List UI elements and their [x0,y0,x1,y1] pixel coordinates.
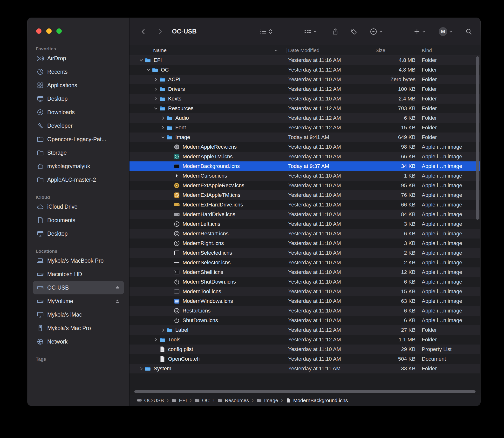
column-header-name[interactable]: Name [129,45,286,55]
file-row-image[interactable]: ImageToday at 9:41 AM649 KBFolder [129,132,480,142]
pathbar-item-modernbackground-icns[interactable]: ModernBackground.icns [286,397,348,403]
column-header-size[interactable]: Size [372,45,418,55]
disclosure-down-icon[interactable] [145,68,152,72]
pathbar-item-oc[interactable]: OC [195,397,210,403]
file-row-drivers[interactable]: DriversYesterday at 11:12 AM100 KBFolder [129,84,480,94]
sidebar-item-mykola-s-imac[interactable]: Mykola’s iMac [33,308,124,321]
file-row-modernapplerecv-icns[interactable]: ModernAppleRecv.icnsYesterday at 11:10 A… [129,142,480,152]
file-row-kexts[interactable]: KextsYesterday at 11:10 AM2.4 MBFolder [129,94,480,104]
icns-selected-icon [173,250,180,256]
file-row-efi[interactable]: EFIYesterday at 11:16 AM4.8 MBFolder [129,55,480,65]
pathbar-item-oc-usb[interactable]: OC-USB [137,397,164,403]
file-row-modernselector-icns[interactable]: ModernSelector.icnsYesterday at 11:10 AM… [129,258,480,267]
close-button[interactable] [36,28,42,34]
sidebar-item-mykolagrymalyuk[interactable]: mykolagrymalyuk [33,160,124,173]
share-button[interactable] [332,18,339,45]
disclosure-right-icon[interactable] [153,87,159,91]
file-row-moderntool-icns[interactable]: ModernTool.icnsYesterday at 11:10 AM15 K… [129,287,480,296]
date-modified-cell: Yesterday at 11:12 AM [286,105,372,111]
pathbar-item-efi[interactable]: EFI [172,397,187,403]
column-header-date-modified[interactable]: Date Modified [286,45,372,55]
file-row-modernextapplerecv-icns[interactable]: ModernExtAppleRecv.icnsYesterday at 11:1… [129,181,480,190]
sidebar-item-desktop[interactable]: Desktop [33,92,124,106]
account-badge-button[interactable]: M [439,18,452,45]
kind-cell: Folder [418,327,480,333]
disclosure-down-icon[interactable] [138,58,144,62]
sidebar-item-label: Opencore-Legacy-Pat... [47,136,106,143]
more-actions-button[interactable] [370,18,382,45]
new-item-button[interactable] [413,18,425,45]
file-row-modernselected-icns[interactable]: ModernSelected.icnsYesterday at 11:10 AM… [129,248,480,258]
file-row-modernbackground-icns[interactable]: ModernBackground.icnsToday at 9:37 AM34 … [129,161,480,171]
file-row-modernextappletm-icns[interactable]: ModernExtAppleTM.icnsYesterday at 11:10 … [129,190,480,200]
file-row-audio[interactable]: AudioYesterday at 11:12 AM6 KBFolder [129,113,480,123]
disclosure-right-icon[interactable] [160,116,166,120]
minimize-button[interactable] [46,28,52,34]
sidebar-item-applications[interactable]: Applications [33,78,124,92]
disclosure-right-icon[interactable] [160,126,166,130]
vertical-scrollbar[interactable] [476,56,479,220]
disclosure-right-icon[interactable] [153,97,159,101]
zoom-button[interactable] [57,28,62,34]
file-row-modernappletm-icns[interactable]: ModernAppleTM.icnsYesterday at 11:10 AM6… [129,152,480,161]
sidebar-item-myvolume[interactable]: MyVolume [33,295,124,308]
sidebar-item-desktop[interactable]: Desktop [33,227,124,241]
sidebar-item-documents[interactable]: Documents [33,213,124,227]
sidebar-item-downloads[interactable]: Downloads [33,106,124,119]
file-row-opencore-efi[interactable]: OpenCore.efiYesterday at 11:10 AM504 KBD… [129,354,480,364]
file-row-config-plist[interactable]: config.plistYesterday at 11:10 AM29 KBPr… [129,345,480,354]
disclosure-right-icon[interactable] [153,77,159,82]
eject-icon[interactable] [115,298,120,304]
view-mode-button[interactable] [260,18,273,45]
file-row-modernextharddrive-icns[interactable]: ModernExtHardDrive.icnsYesterday at 11:1… [129,200,480,210]
disclosure-right-icon[interactable] [138,366,144,371]
file-row-restart-icns[interactable]: Restart.icnsYesterday at 11:10 AM6 KBApp… [129,306,480,316]
file-row-shutdown-icns[interactable]: ShutDown.icnsYesterday at 11:10 AM6 KBAp… [129,316,480,325]
sidebar-item-icloud-drive[interactable]: iCloud Drive [33,200,124,213]
horizontal-scrollbar-thumb[interactable] [134,390,476,393]
file-row-modernharddrive-icns[interactable]: ModernHardDrive.icnsYesterday at 11:10 A… [129,210,480,219]
sidebar-item-applealc-master-2[interactable]: AppleALC-master-2 [33,173,124,186]
pathbar-item-resources[interactable]: Resources [217,397,249,403]
sidebar-item-macintosh-hd[interactable]: Macintosh HD [33,267,124,281]
sidebar-item-developer[interactable]: Developer [33,119,124,132]
sidebar-item-network[interactable]: Network [33,335,124,348]
eject-icon[interactable] [115,285,120,290]
size-cell: 34 KB [372,163,418,169]
disclosure-down-icon[interactable] [153,106,159,110]
sidebar-item-mykola-s-mac-pro[interactable]: Mykola’s Mac Pro [33,321,124,335]
sort-ascending-icon [274,48,278,52]
file-row-label[interactable]: LabelYesterday at 11:12 AM27 KBFolder [129,325,480,335]
tags-button[interactable] [350,18,357,45]
sidebar-item-oc-usb[interactable]: OC-USB [33,281,124,295]
file-row-resources[interactable]: ResourcesYesterday at 11:12 AM703 KBFold… [129,104,480,113]
file-row-modernwindows-icns[interactable]: ModernWindows.icnsYesterday at 11:10 AM6… [129,296,480,306]
file-row-font[interactable]: FontYesterday at 11:12 AM15 KBFolder [129,123,480,132]
file-row-modernshell-icns[interactable]: ModernShell.icnsYesterday at 11:10 AM12 … [129,267,480,277]
disclosure-right-icon[interactable] [160,328,166,332]
pathbar-item-image[interactable]: Image [257,397,278,403]
file-row-modernright-icns[interactable]: ModernRight.icnsYesterday at 11:10 AM3 K… [129,239,480,248]
file-row-system[interactable]: SystemYesterday at 11:11 AM33 KBFolder [129,364,480,373]
back-button[interactable] [138,26,149,37]
sidebar-item-storage[interactable]: Storage [33,146,124,160]
sidebar-item-airdrop[interactable]: AirDrop [33,52,124,65]
column-header-kind[interactable]: Kind [418,45,480,55]
disclosure-right-icon[interactable] [153,338,159,342]
file-row-modernleft-icns[interactable]: ModernLeft.icnsYesterday at 11:10 AM3 KB… [129,219,480,229]
horizontal-scrollbar[interactable] [129,388,480,395]
sidebar-item-mykola-s-macbook-pro[interactable]: Mykola’s MacBook Pro [33,254,124,267]
file-row-oc[interactable]: OCYesterday at 11:12 AM4.8 MBFolder [129,65,480,75]
file-row-modernshutdown-icns[interactable]: ModernShutDown.icnsYesterday at 11:10 AM… [129,277,480,287]
sidebar-item-recents[interactable]: Recents [33,65,124,78]
search-button[interactable] [465,18,472,45]
sidebar-item-opencore-legacy-pat[interactable]: Opencore-Legacy-Pat... [33,132,124,146]
group-by-button[interactable] [304,18,317,45]
disclosure-down-icon[interactable] [160,135,166,140]
name-cell: ModernAppleTM.icns [129,153,286,160]
file-row-tools[interactable]: ToolsYesterday at 11:12 AM1.1 MBFolder [129,335,480,345]
file-row-acpi[interactable]: ACPIYesterday at 11:10 AMZero bytesFolde… [129,75,480,84]
file-row-moderncursor-icns[interactable]: ModernCursor.icnsYesterday at 11:10 AM1 … [129,171,480,181]
forward-button[interactable] [155,26,165,37]
file-row-modernrestart-icns[interactable]: ModernRestart.icnsYesterday at 11:10 AM6… [129,229,480,239]
